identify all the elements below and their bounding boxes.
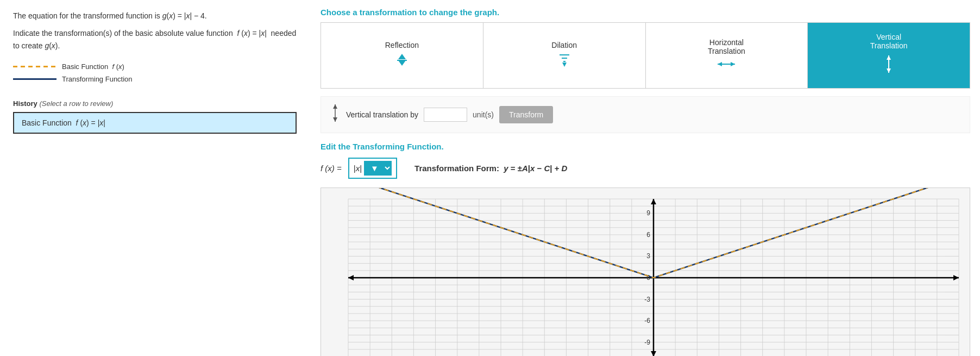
legend: Basic Function f (x) Transforming Functi… bbox=[13, 63, 297, 83]
transformation-buttons-row: Reflection Dilation HorizontalTrans bbox=[321, 22, 970, 89]
graph-container bbox=[321, 188, 970, 356]
dilation-button[interactable]: Dilation bbox=[483, 23, 646, 88]
right-panel: Choose a transformation to change the gr… bbox=[310, 0, 980, 356]
transforming-function-label: Transforming Function bbox=[62, 75, 133, 83]
solid-line-icon bbox=[13, 78, 56, 80]
left-panel: The equation for the transformed functio… bbox=[0, 0, 310, 356]
reflection-label: Reflection bbox=[385, 41, 419, 49]
edit-title: Edit the Transforming Function. bbox=[321, 142, 970, 151]
horizontal-translation-button[interactable]: HorizontalTranslation bbox=[646, 23, 808, 88]
indicate-text: Indicate the transformation(s) of the ba… bbox=[13, 27, 297, 52]
transforming-function-legend: Transforming Function bbox=[13, 75, 297, 83]
vertical-translation-icon bbox=[883, 53, 894, 78]
choose-title: Choose a transformation to change the gr… bbox=[321, 8, 970, 17]
vtrans-icon bbox=[330, 103, 341, 126]
equation-text: The equation for the transformed functio… bbox=[13, 10, 297, 22]
svg-marker-9 bbox=[731, 62, 735, 66]
fx-box: |x| ▼ bbox=[348, 158, 397, 179]
vtrans-input[interactable] bbox=[424, 108, 467, 122]
reflection-icon bbox=[394, 53, 410, 70]
dilation-label: Dilation bbox=[551, 41, 577, 49]
history-section: History (Select a row to review) Basic F… bbox=[13, 99, 297, 134]
svg-marker-2 bbox=[398, 60, 406, 66]
vertical-translation-input-row: Vertical translation by unit(s) Transfor… bbox=[321, 96, 970, 133]
svg-marker-14 bbox=[333, 104, 337, 109]
history-row[interactable]: Basic Function f (x) = |x| bbox=[13, 112, 297, 134]
vertical-translation-button[interactable]: VerticalTranslation bbox=[808, 23, 970, 88]
dashed-line-icon bbox=[13, 66, 56, 67]
fx-prefix-label: f (x) = bbox=[321, 164, 342, 173]
horizontal-translation-icon bbox=[715, 59, 737, 73]
fx-dropdown[interactable]: ▼ bbox=[364, 161, 392, 176]
graph-canvas bbox=[321, 188, 970, 356]
horizontal-translation-label: HorizontalTranslation bbox=[708, 38, 745, 55]
history-title: History (Select a row to review) bbox=[13, 99, 297, 108]
transform-go-button[interactable]: Transform bbox=[499, 106, 553, 123]
svg-marker-12 bbox=[887, 68, 891, 73]
vtrans-label: Vertical translation by bbox=[346, 110, 418, 119]
basic-function-legend: Basic Function f (x) bbox=[13, 63, 297, 71]
fx-value: |x| bbox=[354, 164, 362, 173]
svg-marker-8 bbox=[718, 62, 722, 66]
transform-form-label: Transformation Form: y = ±A|x − C| + D bbox=[414, 164, 567, 173]
svg-marker-15 bbox=[333, 117, 337, 122]
reflection-button[interactable]: Reflection bbox=[321, 23, 483, 88]
dilation-icon bbox=[556, 53, 573, 70]
vtrans-units: unit(s) bbox=[473, 110, 494, 119]
vertical-translation-label: VerticalTranslation bbox=[870, 33, 908, 50]
basic-function-label: Basic Function f (x) bbox=[62, 63, 124, 71]
svg-marker-6 bbox=[562, 63, 567, 67]
svg-marker-11 bbox=[887, 55, 891, 60]
edit-row: f (x) = |x| ▼ Transformation Form: y = ±… bbox=[321, 158, 970, 179]
svg-marker-0 bbox=[398, 54, 406, 59]
